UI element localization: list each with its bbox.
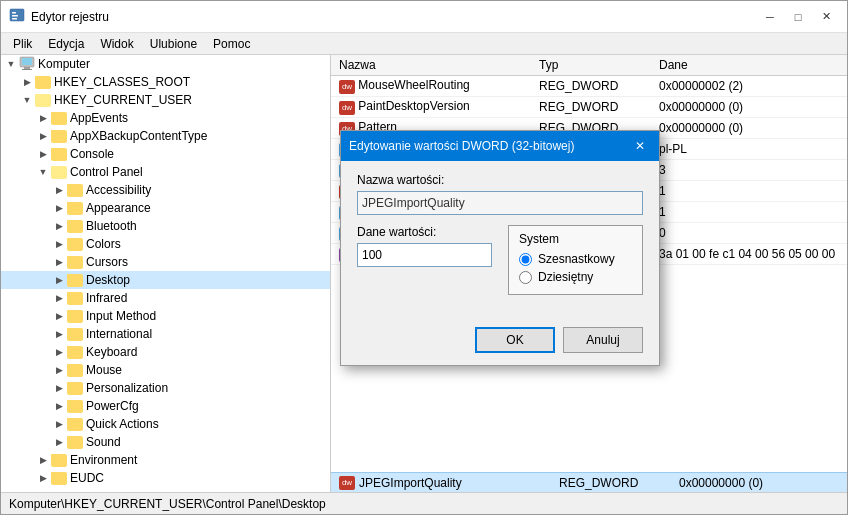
radio-dec[interactable]: [519, 271, 532, 284]
radio-group: System Szesnastkowy Dziesiętny: [508, 225, 643, 295]
value-data-label: Dane wartości:: [357, 225, 492, 239]
modal-body: Nazwa wartości: Dane wartości: System Sz…: [341, 161, 659, 319]
system-col: System Szesnastkowy Dziesiętny: [508, 225, 643, 295]
value-data-input[interactable]: [357, 243, 492, 267]
modal-row: Dane wartości: System Szesnastkowy Dzies…: [357, 225, 643, 295]
cancel-button[interactable]: Anuluj: [563, 327, 643, 353]
radio-hex[interactable]: [519, 253, 532, 266]
radio-hex-item[interactable]: Szesnastkowy: [519, 252, 632, 266]
radio-hex-label: Szesnastkowy: [538, 252, 615, 266]
radio-dec-item[interactable]: Dziesiętny: [519, 270, 632, 284]
system-label: System: [519, 232, 632, 246]
modal-title: Edytowanie wartości DWORD (32-bitowej): [349, 139, 574, 153]
modal-buttons: OK Anuluj: [341, 319, 659, 365]
radio-dec-label: Dziesiętny: [538, 270, 593, 284]
value-data-col: Dane wartości:: [357, 225, 492, 277]
value-name-input[interactable]: [357, 191, 643, 215]
modal-title-bar: Edytowanie wartości DWORD (32-bitowej) ✕: [341, 131, 659, 161]
modal-overlay: Edytowanie wartości DWORD (32-bitowej) ✕…: [0, 0, 848, 515]
ok-button[interactable]: OK: [475, 327, 555, 353]
dword-edit-dialog: Edytowanie wartości DWORD (32-bitowej) ✕…: [340, 130, 660, 366]
modal-close-button[interactable]: ✕: [629, 137, 651, 155]
value-name-label: Nazwa wartości:: [357, 173, 643, 187]
